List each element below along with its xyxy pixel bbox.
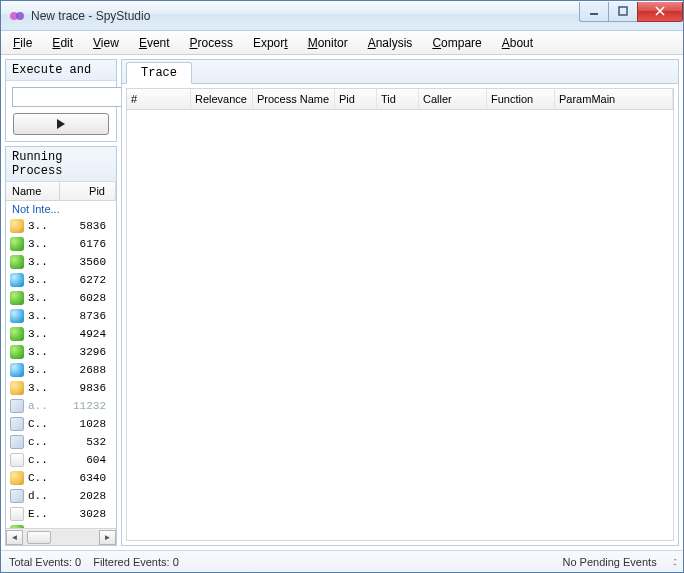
- process-row[interactable]: 3..8736: [6, 307, 116, 325]
- titlebar[interactable]: New trace - SpyStudio: [1, 1, 683, 31]
- process-row[interactable]: E..3028: [6, 505, 116, 523]
- app-icon: [9, 8, 25, 24]
- process-pid: 8736: [56, 310, 112, 322]
- process-row[interactable]: 3..9836: [6, 379, 116, 397]
- menu-about[interactable]: About: [502, 36, 533, 50]
- process-group[interactable]: Not Inte...: [6, 201, 116, 217]
- process-row[interactable]: c..604: [6, 451, 116, 469]
- menu-view[interactable]: View: [93, 36, 119, 50]
- menu-edit[interactable]: Edit: [52, 36, 73, 50]
- menu-process[interactable]: Process: [190, 36, 233, 50]
- process-row[interactable]: 3..6176: [6, 235, 116, 253]
- menu-file[interactable]: File: [13, 36, 32, 50]
- svg-rect-3: [619, 7, 627, 15]
- client-area: Execute and .. Running Process Name: [1, 55, 683, 550]
- play-icon: [56, 119, 66, 129]
- menu-export[interactable]: Export: [253, 36, 288, 50]
- process-name: d..: [28, 490, 52, 502]
- trace-columns[interactable]: # Relevance Process Name Pid Tid Caller …: [127, 89, 673, 110]
- process-pid: 9836: [56, 382, 112, 394]
- scroll-thumb[interactable]: [27, 531, 51, 544]
- process-row[interactable]: c..532: [6, 433, 116, 451]
- process-row[interactable]: 3..3296: [6, 343, 116, 361]
- maximize-button[interactable]: [608, 2, 638, 22]
- main-window: New trace - SpyStudio File Edit View Eve…: [0, 0, 684, 573]
- process-row[interactable]: 3..4924: [6, 325, 116, 343]
- process-columns[interactable]: Name Pid: [6, 182, 116, 201]
- col-parammain[interactable]: ParamMain: [555, 89, 673, 109]
- process-row[interactable]: 3..2688: [6, 361, 116, 379]
- process-pid: 2688: [56, 364, 112, 376]
- svg-point-1: [16, 12, 24, 20]
- process-pid: 6272: [56, 274, 112, 286]
- process-name: 3..: [28, 364, 52, 376]
- process-list[interactable]: Not Inte... 3..58363..61763..35603..6272…: [6, 201, 116, 528]
- process-hscrollbar[interactable]: ◄ ►: [6, 528, 116, 545]
- play-button[interactable]: [13, 113, 109, 135]
- menu-event[interactable]: Event: [139, 36, 170, 50]
- col-number[interactable]: #: [127, 89, 191, 109]
- process-name: E..: [28, 508, 52, 520]
- process-icon: [10, 453, 24, 467]
- svg-rect-2: [590, 13, 598, 15]
- status-pending-events: No Pending Events: [562, 556, 656, 568]
- process-pid: 11232: [56, 400, 112, 412]
- status-total-events: Total Events: 0: [9, 556, 81, 568]
- running-process-header: Running Process: [6, 147, 116, 182]
- process-icon: [10, 255, 24, 269]
- process-row[interactable]: 3..6272: [6, 271, 116, 289]
- col-relevance[interactable]: Relevance: [191, 89, 253, 109]
- process-icon: [10, 399, 24, 413]
- process-name: 3..: [28, 274, 52, 286]
- process-pid: 532: [56, 436, 112, 448]
- process-row[interactable]: d..2028: [6, 487, 116, 505]
- execute-header: Execute and: [6, 60, 116, 81]
- tab-trace[interactable]: Trace: [126, 62, 192, 84]
- process-name: c..: [28, 436, 52, 448]
- process-icon: [10, 219, 24, 233]
- process-name: 3..: [28, 346, 52, 358]
- col-pid[interactable]: Pid: [60, 182, 116, 200]
- process-name: a..: [28, 400, 52, 412]
- col-process-name[interactable]: Process Name: [253, 89, 335, 109]
- col-tid[interactable]: Tid: [377, 89, 419, 109]
- trace-grid[interactable]: # Relevance Process Name Pid Tid Caller …: [126, 88, 674, 541]
- process-icon: [10, 327, 24, 341]
- process-icon: [10, 273, 24, 287]
- process-pid: 6028: [56, 292, 112, 304]
- process-pid: 6176: [56, 238, 112, 250]
- menu-analysis[interactable]: Analysis: [368, 36, 413, 50]
- process-name: 3..: [28, 310, 52, 322]
- process-pid: 3028: [56, 508, 112, 520]
- col-function[interactable]: Function: [487, 89, 555, 109]
- running-process-panel: Running Process Name Pid Not Inte... 3..…: [5, 146, 117, 546]
- process-row[interactable]: 3..3560: [6, 253, 116, 271]
- col-pid[interactable]: Pid: [335, 89, 377, 109]
- process-pid: 1028: [56, 418, 112, 430]
- process-row[interactable]: a..11232: [6, 397, 116, 415]
- process-icon: [10, 381, 24, 395]
- status-filtered-events: Filtered Events: 0: [93, 556, 179, 568]
- minimize-button[interactable]: [579, 2, 609, 22]
- menu-compare[interactable]: Compare: [432, 36, 481, 50]
- left-pane: Execute and .. Running Process Name: [5, 59, 117, 546]
- process-name: 3..: [28, 256, 52, 268]
- process-row[interactable]: C..6340: [6, 469, 116, 487]
- process-pid: 3560: [56, 256, 112, 268]
- execute-panel: Execute and ..: [5, 59, 117, 142]
- statusbar: Total Events: 0 Filtered Events: 0 No Pe…: [1, 550, 683, 572]
- menu-monitor[interactable]: Monitor: [308, 36, 348, 50]
- col-name[interactable]: Name: [6, 182, 60, 200]
- process-name: c..: [28, 454, 52, 466]
- process-pid: 5836: [56, 220, 112, 232]
- process-icon: [10, 291, 24, 305]
- scroll-left-icon[interactable]: ◄: [6, 530, 23, 545]
- process-row[interactable]: 3..6028: [6, 289, 116, 307]
- close-button[interactable]: [637, 2, 683, 22]
- resize-grip-icon[interactable]: .::: [673, 556, 675, 567]
- process-row[interactable]: 3..5836: [6, 217, 116, 235]
- process-row[interactable]: C..1028: [6, 415, 116, 433]
- col-caller[interactable]: Caller: [419, 89, 487, 109]
- scroll-right-icon[interactable]: ►: [99, 530, 116, 545]
- process-pid: 4924: [56, 328, 112, 340]
